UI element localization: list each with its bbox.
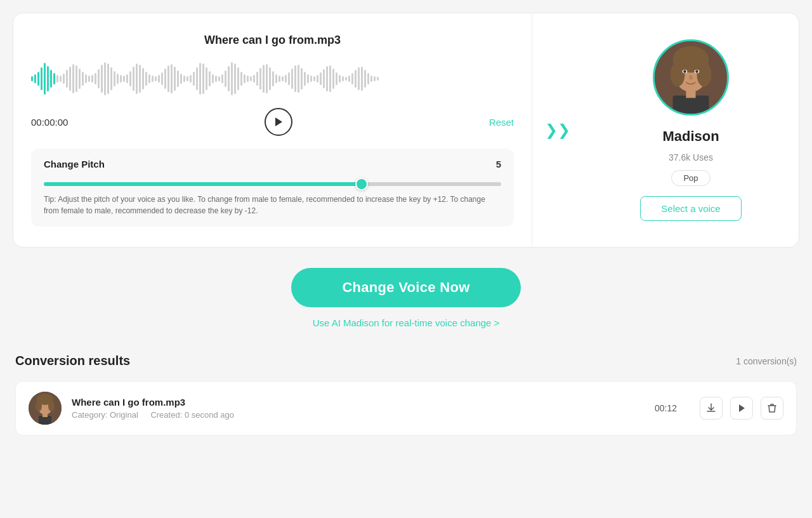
change-voice-button[interactable]: Change Voice Now [291, 268, 520, 307]
waveform-bar [34, 74, 36, 83]
waveform-bar [234, 63, 236, 94]
trash-icon [768, 403, 776, 413]
waveform-bar [339, 75, 341, 83]
waveform-bar [212, 74, 214, 83]
pitch-header: Change Pitch 5 [44, 159, 501, 169]
waveform-bar [266, 64, 268, 93]
waveform-bar [367, 73, 369, 84]
delete-button[interactable] [761, 397, 783, 420]
file-title: Where can I go from.mp3 [31, 34, 514, 47]
waveform-bar [101, 65, 103, 93]
waveform-bar [199, 63, 201, 95]
waveform-bar [320, 72, 322, 85]
waveform-bar [47, 66, 49, 91]
voice-uses: 37.6k Uses [669, 152, 713, 163]
waveform-bar [158, 75, 160, 83]
pitch-tip: Tip: Adjust the pitch of your voice as y… [44, 194, 501, 216]
waveform-bar [91, 75, 93, 83]
waveform-bar [66, 70, 68, 88]
waveform-bar [304, 72, 306, 86]
waveform-bar [348, 76, 350, 82]
play-result-button[interactable] [730, 397, 753, 420]
reset-button[interactable]: Reset [489, 117, 514, 128]
waveform-bar [336, 72, 337, 85]
pitch-label: Change Pitch [44, 159, 105, 169]
waveform-bar [155, 76, 157, 81]
waveform-bar [285, 75, 287, 83]
waveform-bar [361, 67, 363, 91]
results-title: Conversion results [15, 354, 130, 368]
waveform-bar [272, 71, 274, 86]
result-duration: 00:12 [655, 403, 677, 413]
svg-point-16 [48, 401, 55, 411]
cta-section: Change Voice Now Use AI Madison for real… [13, 268, 799, 328]
chevron-right-icon-2: ❯ [558, 123, 570, 138]
waveform-bar [174, 67, 176, 91]
waveform-bar [148, 74, 150, 83]
voice-name: Madison [662, 128, 719, 145]
waveform-bar [152, 76, 154, 82]
waveform-bar [275, 74, 277, 83]
waveform-bar [313, 76, 315, 81]
waveform-bar [225, 70, 226, 87]
waveform-bar [215, 76, 217, 82]
waveform-bar [190, 75, 192, 83]
result-category: Category: Original [72, 410, 138, 420]
svg-rect-11 [686, 90, 695, 98]
results-count: 1 conversion(s) [736, 356, 797, 366]
waveform-bar [329, 65, 331, 92]
waveform-bar [202, 63, 204, 94]
waveform-bar [317, 75, 318, 83]
chevron-right-icon: ❯ [545, 123, 558, 138]
waveform-bar [231, 62, 233, 95]
waveform-bar [355, 70, 357, 88]
main-editor-card: Where can I go from.mp3 00:00:00 Reset C… [13, 13, 799, 248]
pitch-slider[interactable] [44, 182, 501, 186]
waveform-bar [142, 68, 144, 90]
waveform-bar [253, 75, 255, 83]
waveform-bar [75, 65, 77, 92]
waveform-bar [126, 74, 128, 83]
realtime-link[interactable]: Use AI Madison for real-time voice chang… [313, 317, 500, 328]
waveform-bar [95, 73, 96, 84]
waveform-bar [301, 68, 303, 90]
waveform-bar [133, 67, 134, 91]
waveform-bar [107, 63, 109, 94]
waveform-bar [278, 76, 280, 82]
waveform-bar [72, 64, 74, 93]
waveform-bar [85, 74, 87, 83]
waveform-bar [370, 76, 372, 82]
waveform [31, 60, 514, 98]
waveform-bar [120, 75, 122, 83]
waveform-bar [345, 77, 347, 81]
avatar-image [655, 39, 727, 116]
waveform-bar [332, 69, 334, 89]
download-button[interactable] [700, 397, 723, 420]
waveform-bar [291, 69, 293, 89]
waveform-bar [69, 67, 71, 91]
voice-avatar [653, 39, 729, 116]
play-button[interactable] [265, 108, 292, 136]
waveform-bar [193, 72, 195, 86]
waveform-bar [237, 67, 239, 90]
waveform-bar [209, 71, 211, 86]
waveform-bar [358, 67, 360, 90]
waveform-bar [377, 77, 379, 81]
waveform-bar [310, 76, 312, 82]
download-icon [706, 403, 716, 413]
waveform-bar [269, 67, 271, 90]
waveform-bar [50, 70, 52, 88]
waveform-bar [31, 76, 33, 81]
select-voice-button[interactable]: Select a voice [640, 196, 741, 221]
waveform-bar [79, 69, 81, 89]
waveform-bar [342, 76, 344, 81]
waveform-bar [282, 76, 284, 81]
waveform-bar [136, 63, 138, 94]
waveform-bar [167, 65, 169, 92]
svg-point-4 [697, 62, 712, 86]
waveform-bar [221, 74, 223, 83]
playback-controls: 00:00:00 Reset [31, 108, 514, 136]
waveform-bar [259, 68, 261, 90]
waveform-bar [250, 76, 252, 81]
table-row: Where can I go from.mp3 Category: Origin… [15, 381, 797, 435]
